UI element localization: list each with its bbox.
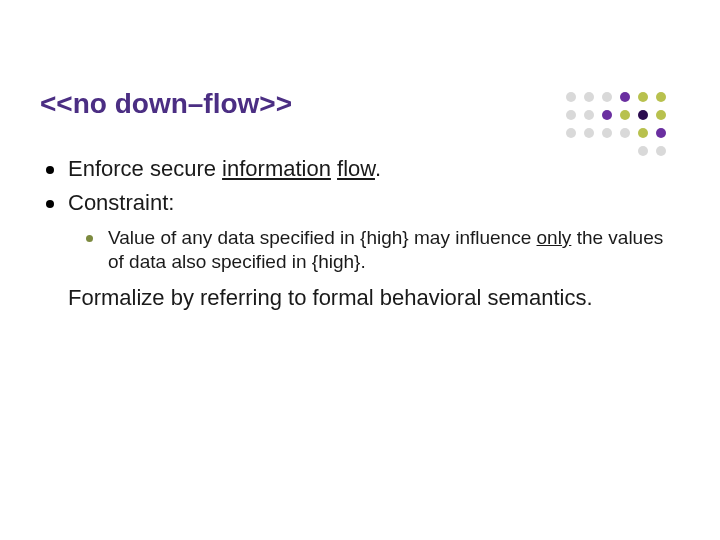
underline-text: only [537, 227, 572, 248]
closing-text: Formalize by referring to formal behavio… [68, 284, 680, 312]
bullet-item: Enforce secure information flow. [40, 155, 680, 183]
sub-bullet-item: Value of any data specified in {high} ma… [80, 226, 680, 274]
slide: <<no down–flow>> Enforce secure informat… [0, 0, 720, 540]
bullet-text: Enforce secure [68, 156, 222, 181]
slide-title: <<no down–flow>> [40, 88, 292, 120]
underline-text: information [222, 156, 331, 181]
bullet-item: Constraint: Value of any data specified … [40, 189, 680, 274]
decorative-dots-icon [566, 92, 686, 164]
sub-bullet-text: Value of any data specified in {high} ma… [108, 227, 537, 248]
underline-text: flow [337, 156, 375, 181]
bullet-text: Constraint: [68, 190, 174, 215]
bullet-text: . [375, 156, 381, 181]
slide-body: Enforce secure information flow. Constra… [40, 155, 680, 311]
